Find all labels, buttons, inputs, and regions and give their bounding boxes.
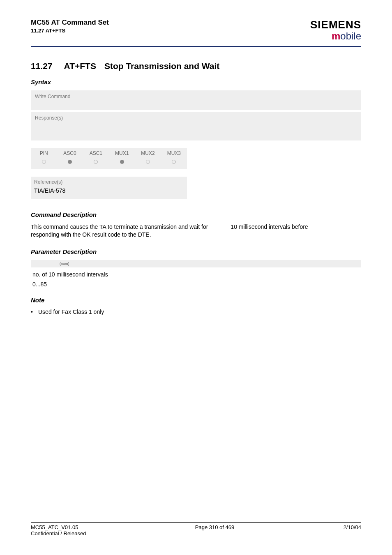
circle-filled-icon (68, 160, 72, 164)
syntax-heading: Syntax (31, 78, 361, 85)
mux-table: PIN ASC0 ASC1 MUX1 MUX2 MUX3 (31, 148, 187, 169)
cmd-desc-text: This command causes the TA to terminate … (31, 223, 361, 239)
mux-val-5 (161, 158, 187, 169)
bullet-icon: • (31, 309, 38, 315)
responses-box: Response(s) (31, 112, 361, 140)
cmd-desc-1b: 10 millisecond intervals before (231, 223, 308, 230)
cmd-desc-heading: Command Description (31, 211, 361, 218)
circle-empty-icon (42, 160, 46, 164)
circle-empty-icon (94, 160, 98, 164)
section-command: AT+FTS (64, 61, 96, 71)
write-command-box: Write Command (31, 90, 361, 110)
param-tag-box: (num) (31, 260, 361, 267)
mux-col-mux2: MUX2 (135, 148, 161, 158)
param-line2: 0...85 (32, 280, 361, 290)
mux-val-0 (31, 158, 57, 169)
references-label: Reference(s) (34, 178, 184, 186)
circle-empty-icon (172, 160, 176, 164)
brand-m: m (332, 30, 340, 41)
brand-obile: obile (340, 30, 361, 41)
mux-col-mux3: MUX3 (161, 148, 187, 158)
param-desc-text: no. of 10 millisecond intervals 0...85 (32, 270, 361, 290)
mux-header-row: PIN ASC0 ASC1 MUX1 MUX2 MUX3 (31, 148, 187, 158)
references-box: Reference(s) TIA/EIA-578 (31, 177, 187, 199)
circle-filled-icon (120, 160, 124, 164)
footer-right: 2/10/04 (344, 524, 361, 537)
note-heading: Note (31, 297, 361, 304)
param-line1: no. of 10 millisecond intervals (32, 270, 361, 280)
header-right: SIEMENS mobile (310, 18, 361, 42)
note-item: Used for Fax Class 1 only (38, 309, 104, 315)
section-number: 11.27 (31, 61, 53, 71)
doc-subsection: 11.27 AT+FTS (31, 28, 109, 34)
circle-empty-icon (146, 160, 150, 164)
mux-val-3 (109, 158, 135, 169)
responses-label: Response(s) (35, 115, 63, 121)
mux-col-asc0: ASC0 (57, 148, 83, 158)
mux-val-1 (57, 158, 83, 169)
page-header: MC55 AT Command Set 11.27 AT+FTS SIEMENS… (31, 18, 361, 47)
mux-val-2 (83, 158, 109, 169)
footer-left: MC55_ATC_V01.05 Confidential / Released (31, 524, 86, 537)
references-value: TIA/EIA-578 (34, 186, 184, 195)
param-tag: (num) (60, 262, 69, 266)
mux-col-asc1: ASC1 (83, 148, 109, 158)
section-title: Stop Transmission and Wait (104, 61, 219, 71)
write-command-label: Write Command (35, 94, 70, 99)
page-footer: MC55_ATC_V01.05 Confidential / Released … (31, 522, 361, 537)
header-left: MC55 AT Command Set 11.27 AT+FTS (31, 18, 109, 34)
section-heading: 11.27AT+FTSStop Transmission and Wait (31, 61, 361, 71)
mux-col-mux1: MUX1 (109, 148, 135, 158)
param-desc-heading: Parameter Description (31, 248, 361, 255)
mux-value-row (31, 158, 187, 169)
doc-title: MC55 AT Command Set (31, 18, 109, 27)
footer-docid: MC55_ATC_V01.05 (31, 524, 86, 530)
mux-val-4 (135, 158, 161, 169)
footer-conf: Confidential / Released (31, 530, 86, 537)
mux-col-pin: PIN (31, 148, 57, 158)
brand-subtitle: mobile (310, 30, 361, 42)
cmd-desc-2: responding with the OK result code to th… (31, 231, 151, 238)
cmd-desc-1a: This command causes the TA to terminate … (31, 223, 208, 230)
footer-center: Page 310 of 469 (195, 524, 234, 537)
brand-logo: SIEMENS (310, 18, 361, 31)
note-list: •Used for Fax Class 1 only (31, 309, 361, 315)
